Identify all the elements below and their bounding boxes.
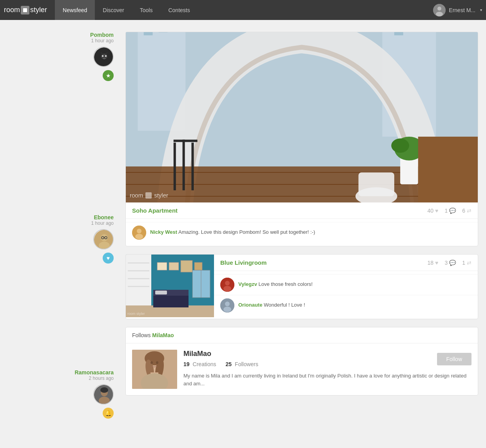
- timeline-time-2: 1 hour ago: [91, 220, 114, 226]
- user-name-nav: Ernest M...: [449, 7, 475, 13]
- logo-icon: [21, 6, 29, 14]
- comment-body-vylegzv: Love those fresh colors!: [259, 281, 313, 287]
- nav-contests[interactable]: Contests: [160, 0, 198, 20]
- nav-tools[interactable]: Tools: [132, 0, 161, 20]
- soho-stats: 40 ♥ 1 💬 6 ⇄: [428, 208, 471, 214]
- svg-rect-26: [126, 166, 478, 202]
- svg-rect-36: [400, 155, 418, 184]
- heart-icon-2: ♥: [435, 260, 438, 266]
- svg-point-12: [99, 242, 110, 249]
- svg-rect-57: [194, 262, 202, 270]
- nav-newsfeed[interactable]: Newsfeed: [55, 0, 95, 20]
- timeline-user-pombom[interactable]: Pombom: [90, 32, 114, 38]
- svg-point-18: [99, 397, 110, 405]
- user-dropdown-arrow[interactable]: ▾: [480, 8, 482, 12]
- blue-livingroom-title[interactable]: Blue Livingroom: [220, 259, 428, 266]
- svg-rect-32: [191, 143, 194, 190]
- follows-label: Follows: [132, 332, 151, 338]
- milamao-followers-label: Followers: [235, 361, 258, 367]
- blue-livingroom-image-container: room styler: [126, 255, 214, 319]
- svg-rect-54: [157, 262, 167, 270]
- comment-text-orionaute: Orionaute Wonderful ! Love !: [238, 298, 305, 309]
- svg-point-72: [156, 361, 158, 364]
- comment-author-orionaute[interactable]: Orionaute: [238, 302, 262, 308]
- soho-shares-stat: 6 ⇄: [462, 208, 471, 214]
- timeline-item-2: Ebonee 1 hour ago: [8, 214, 125, 264]
- orionaute-avatar: [220, 298, 234, 313]
- nav-links: Newsfeed Discover Tools Contests: [55, 0, 198, 20]
- blue-shares-count: 1: [462, 260, 465, 266]
- comment-row-vylegzv: Vylegzv Love those fresh colors!: [214, 274, 478, 295]
- timeline-sidebar: Pombom 1 hour ago: [8, 32, 125, 438]
- comment-text-nicky: Nicky West Amazing. Love this design Pom…: [150, 226, 315, 236]
- share-icon: ⇄: [467, 208, 471, 214]
- follow-button[interactable]: Follow: [437, 353, 471, 365]
- timeline-item-3: Ramonasacara 2 hours ago 🔔: [8, 369, 125, 419]
- soho-comments-count: 1: [444, 208, 448, 214]
- feed-card-blue-livingroom: room styler Blue Livingroom 18 ♥ 3 💬: [125, 254, 478, 319]
- follows-header: Follows MilaMao: [126, 327, 478, 343]
- svg-point-38: [391, 139, 409, 153]
- navbar: room styler Newsfeed Discover Tools Cont…: [0, 0, 486, 20]
- milamao-profile-info: MilaMao 19 Creations 25 Followers: [183, 350, 471, 389]
- feed-card-follow: Follows MilaMao: [125, 327, 478, 396]
- blue-livingroom-right: Blue Livingroom 18 ♥ 3 💬 1 ⇄: [214, 255, 478, 319]
- user-avatar-nav: [433, 4, 446, 16]
- content-area: room styler Soho Apartment 40 ♥ 1 💬: [125, 32, 478, 438]
- svg-rect-51: [153, 294, 189, 307]
- milamao-followers-count: 25: [226, 361, 232, 367]
- soho-comments: Nicky West Amazing. Love this design Pom…: [126, 219, 478, 246]
- soho-shares-count: 6: [462, 208, 465, 214]
- svg-point-65: [223, 307, 231, 312]
- timeline-user-ramonasacara[interactable]: Ramonasacara: [74, 369, 114, 376]
- soho-watermark: room styler: [130, 192, 168, 199]
- timeline-time-1: 1 hour ago: [91, 38, 114, 43]
- milamao-creations-count: 19: [183, 361, 190, 367]
- milamao-stats: 19 Creations 25 Followers: [183, 361, 258, 367]
- milamao-profile-pic: [132, 350, 177, 389]
- soho-title[interactable]: Soho Apartment: [132, 207, 428, 214]
- blue-livingroom-info-bar: Blue Livingroom 18 ♥ 3 💬 1 ⇄: [214, 255, 478, 271]
- timeline-item-1: Pombom 1 hour ago: [8, 32, 125, 81]
- milamao-creations-stat: 19 Creations: [183, 361, 216, 367]
- svg-rect-33: [174, 140, 198, 142]
- logo[interactable]: room styler: [4, 6, 47, 14]
- svg-point-37: [394, 137, 424, 161]
- blue-shares-stat: 1 ⇄: [462, 260, 471, 266]
- blue-likes-stat: 18 ♥: [428, 260, 439, 266]
- svg-point-19: [100, 387, 108, 393]
- svg-point-34: [355, 187, 397, 202]
- follow-profile-section: MilaMao 19 Creations 25 Followers: [126, 343, 478, 395]
- soho-likes-count: 40: [428, 208, 434, 214]
- soho-room-image[interactable]: room styler: [126, 32, 478, 202]
- svg-rect-48: [128, 278, 149, 279]
- comment-author-vylegzv[interactable]: Vylegzv: [238, 281, 257, 287]
- vylegzv-avatar: [220, 278, 234, 292]
- milamao-followers-stat: 25 Followers: [226, 361, 258, 367]
- soho-info-bar: Soho Apartment 40 ♥ 1 💬 6 ⇄: [126, 202, 478, 219]
- svg-point-41: [137, 229, 141, 233]
- svg-point-3: [436, 12, 443, 16]
- soho-comments-stat: 1 💬: [444, 208, 456, 214]
- navbar-right: Ernest M... ▾: [433, 4, 482, 16]
- timeline-user-ebonee[interactable]: Ebonee: [94, 214, 114, 220]
- nicky-avatar: [132, 226, 146, 240]
- timeline-avatar-pombom[interactable]: [93, 47, 114, 67]
- svg-point-61: [225, 281, 230, 285]
- blue-livingroom-thumb[interactable]: room styler: [126, 255, 214, 317]
- svg-rect-21: [138, 32, 185, 131]
- timeline-time-3: 2 hours ago: [89, 376, 114, 381]
- svg-rect-23: [159, 32, 168, 33]
- timeline-block-2: Ebonee 1 hour ago: [8, 214, 125, 264]
- svg-rect-31: [183, 140, 185, 190]
- svg-rect-25: [394, 32, 403, 35]
- blue-comments-stat: 3 💬: [444, 260, 456, 266]
- comment-author-nicky[interactable]: Nicky West: [150, 229, 177, 235]
- follows-user-link[interactable]: MilaMao: [152, 332, 174, 338]
- svg-rect-22: [144, 32, 153, 35]
- nav-discover[interactable]: Discover: [95, 0, 132, 20]
- timeline-avatar-ramonasacara[interactable]: [93, 384, 114, 405]
- comment-row-orionaute: Orionaute Wonderful ! Love !: [214, 295, 478, 316]
- svg-point-7: [105, 55, 107, 57]
- timeline-avatar-ebonee[interactable]: [93, 229, 114, 249]
